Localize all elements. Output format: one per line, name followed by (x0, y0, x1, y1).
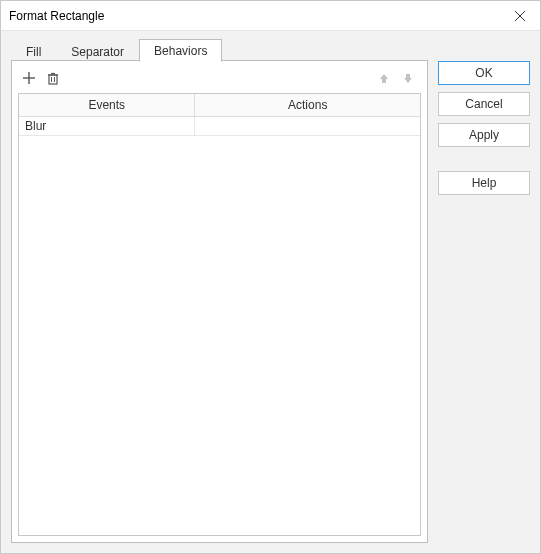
cell-event[interactable]: Blur (19, 117, 195, 135)
behaviors-panel: Events Actions Blur (11, 61, 428, 543)
move-up-button[interactable] (373, 67, 395, 89)
tab-strip: Fill Separator Behaviors (11, 37, 428, 61)
plus-icon (22, 71, 36, 85)
format-rectangle-dialog: Format Rectangle Fill Separator Behavior… (0, 0, 541, 554)
cell-action[interactable] (195, 117, 420, 135)
dialog-title: Format Rectangle (9, 9, 104, 23)
ok-button[interactable]: OK (438, 61, 530, 85)
grid-body: Blur (19, 117, 420, 535)
grid-header: Events Actions (19, 94, 420, 117)
close-icon (515, 11, 525, 21)
help-button[interactable]: Help (438, 171, 530, 195)
table-row[interactable]: Blur (19, 117, 420, 136)
cancel-button[interactable]: Cancel (438, 92, 530, 116)
column-header-actions[interactable]: Actions (195, 94, 420, 116)
behaviors-toolbar (18, 67, 421, 89)
arrow-up-icon (378, 72, 390, 84)
behaviors-grid: Events Actions Blur (18, 93, 421, 536)
tab-behaviors[interactable]: Behaviors (139, 39, 222, 62)
titlebar: Format Rectangle (1, 1, 540, 31)
tab-separator[interactable]: Separator (56, 40, 139, 62)
close-button[interactable] (500, 1, 540, 30)
move-down-button[interactable] (397, 67, 419, 89)
add-button[interactable] (18, 67, 40, 89)
delete-button[interactable] (42, 67, 64, 89)
column-header-events[interactable]: Events (19, 94, 195, 116)
svg-rect-4 (49, 75, 57, 84)
trash-icon (46, 71, 60, 85)
apply-button[interactable]: Apply (438, 123, 530, 147)
dialog-buttons: OK Cancel Apply Help (438, 37, 530, 543)
tab-fill[interactable]: Fill (11, 40, 56, 62)
arrow-down-icon (402, 72, 414, 84)
